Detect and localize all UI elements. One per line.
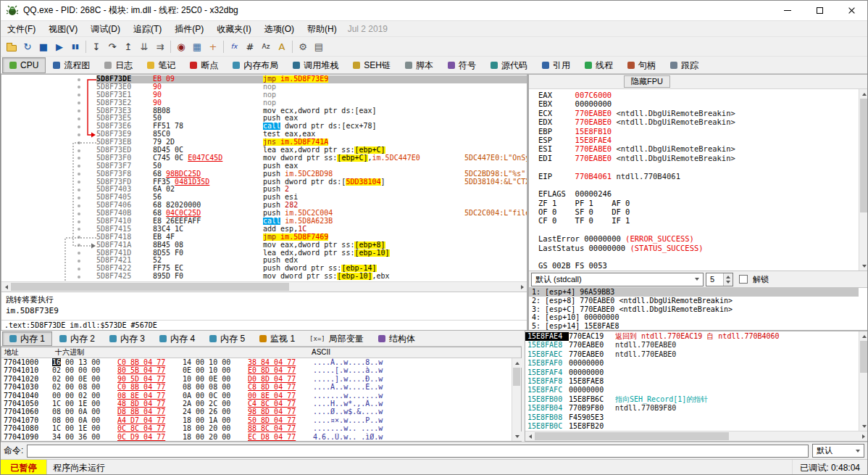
- register-value[interactable]: 770B4061: [575, 172, 612, 181]
- tab-mem3[interactable]: 内存 3: [102, 331, 152, 346]
- flag-value[interactable]: TF 0: [575, 216, 612, 225]
- menu-item[interactable]: 调试(D): [84, 21, 127, 37]
- dump-row[interactable]: 7704100016 00 13 00C0 8B 04 7714 00 10 0…: [1, 358, 512, 366]
- dump-row[interactable]: 7704103002 00 08 00C0 8B 04 7708 00 08 0…: [1, 383, 512, 391]
- scroll-down-button[interactable]: [859, 421, 868, 431]
- breakpoint-dot[interactable]: [78, 260, 80, 263]
- disasm-row[interactable]: 5D8F73E985C0test eax,eax: [1, 131, 527, 139]
- tab-log[interactable]: 日志: [97, 57, 140, 73]
- register-line[interactable]: OF 0 SF 0 DF 0: [538, 207, 859, 216]
- flag-value[interactable]: IF 1: [612, 216, 648, 225]
- pause-icon[interactable]: ▮▮: [67, 38, 83, 54]
- scroll-thumb[interactable]: [860, 341, 867, 373]
- flag-value[interactable]: AF 0: [612, 199, 648, 207]
- register-value[interactable]: 770EABE0: [575, 154, 612, 162]
- breakpoint-dot[interactable]: [78, 252, 80, 255]
- register-line[interactable]: EIP 770B4061 ntdll.770B4061: [538, 172, 859, 181]
- argument-row[interactable]: 1: [esp+4] 96A59BB3: [529, 288, 859, 297]
- dump-vscrollbar[interactable]: [512, 358, 521, 441]
- dump-row[interactable]: 7704106008 00 0A 00D8 8B 04 7724 00 26 0…: [1, 408, 512, 416]
- disassembly-hscrollbar[interactable]: [1, 281, 527, 292]
- stack-row[interactable]: 15E8FB04770B9F80ntdll.770B9F80: [525, 404, 859, 413]
- maximize-button[interactable]: [804, 1, 835, 20]
- tab-symbols[interactable]: 符号: [441, 57, 483, 73]
- stack-row[interactable]: 15E8FB0C15E8FB20: [525, 422, 859, 431]
- argument-row[interactable]: 2: [esp+8] 770EABE0 <ntdll.DbgUiRemoteBr…: [529, 297, 859, 305]
- scroll-thumb[interactable]: [11, 283, 289, 291]
- flag-value[interactable]: CF 0: [538, 216, 575, 225]
- scroll-up-button[interactable]: [859, 331, 868, 341]
- tab-mem1[interactable]: 内存 1: [2, 331, 52, 346]
- tab-references[interactable]: 引用: [535, 57, 577, 73]
- argument-count-stepper[interactable]: 5: [706, 273, 733, 286]
- breakpoint-dot[interactable]: [78, 125, 80, 128]
- register-line[interactable]: EBX 00000000: [538, 99, 859, 108]
- disasm-row[interactable]: 5D8F73EB79 2Djns im.5D8F741A: [1, 139, 527, 146]
- disasm-row[interactable]: 5D8F742152push edx: [1, 257, 527, 265]
- register-line[interactable]: EFLAGS 00000246: [538, 189, 859, 198]
- dump-row[interactable]: 7704109034 00 36 000C D9 04 7718 00 20 0…: [1, 433, 512, 441]
- tab-struct[interactable]: 结构体: [371, 331, 422, 346]
- breakpoint-dot[interactable]: [78, 94, 80, 96]
- disasm-row[interactable]: 5D8F73E090nop: [1, 83, 527, 91]
- menu-item[interactable]: 选项(O): [258, 21, 301, 37]
- tab-graph[interactable]: 流程图: [46, 57, 97, 73]
- stack-vscrollbar[interactable]: [859, 331, 868, 431]
- scroll-up-button[interactable]: [859, 89, 868, 99]
- breakpoint-dot[interactable]: [78, 189, 80, 191]
- dump-row[interactable]: 7704107008 00 0A 00A4 D7 04 7718 00 1A 0…: [1, 416, 512, 424]
- register-value[interactable]: 007C6000: [575, 91, 612, 99]
- register-value[interactable]: 15E8FAE4: [575, 136, 612, 144]
- register-value[interactable]: 00000000: [589, 244, 626, 252]
- scroll-down-button[interactable]: [859, 261, 868, 270]
- registers-vscrollbar[interactable]: [859, 89, 868, 270]
- disasm-row[interactable]: 5D8F741583C4 1Cadd esp,1C: [1, 226, 527, 234]
- disasm-row[interactable]: 5D8F74036A 02push 2: [1, 186, 527, 194]
- minimize-button[interactable]: [772, 1, 804, 20]
- disasm-row[interactable]: 5D8F73ED8D45 0Clea eax,dword ptr ss:[ebp…: [1, 146, 527, 154]
- register-value[interactable]: 00000000: [575, 99, 612, 108]
- scroll-track[interactable]: [859, 99, 868, 261]
- breakpoint-dot[interactable]: [78, 220, 80, 223]
- stack-row[interactable]: 15E8FAEC770EABE0ntdll.770EABE0: [525, 350, 859, 359]
- scroll-up-button[interactable]: [512, 358, 522, 368]
- stack-row[interactable]: 15E8FAFC00000000: [525, 386, 859, 395]
- disasm-row[interactable]: 5D8F741A8B45 08mov eax,dword ptr ss:[ebp…: [1, 241, 527, 249]
- breakpoint-dot[interactable]: [78, 165, 80, 168]
- disasm-row[interactable]: 5D8F7425895D F0mov dword ptr ss:[ebp-10]…: [1, 273, 527, 281]
- disasm-row[interactable]: 5D8F741D8D55 F0lea edx,dword ptr ss:[ebp…: [1, 249, 527, 257]
- stepper-buttons[interactable]: [723, 273, 733, 286]
- breakpoint-dot[interactable]: [78, 102, 80, 104]
- flag-value[interactable]: PF 1: [575, 199, 612, 207]
- highlight-icon[interactable]: A: [274, 38, 290, 54]
- disasm-row[interactable]: 5D8F73DEEB 09jmp im.5D8F73E9: [1, 75, 527, 83]
- argument-row[interactable]: 3: [esp+C] 770EABE0 <ntdll.DbgUiRemoteBr…: [529, 305, 859, 314]
- register-line[interactable]: EBP 15E8FB10: [538, 127, 859, 136]
- flag-value[interactable]: SF 0: [575, 207, 612, 216]
- disasm-row[interactable]: 5D8F7410E8 26EEFAFFcall im.5D8A623B: [1, 218, 527, 226]
- tab-trace[interactable]: 跟踪: [663, 57, 706, 73]
- disasm-row[interactable]: 5D8F740668 82020000push 282: [1, 202, 527, 210]
- disasm-row[interactable]: 5D8F7422FF75 ECpush dword ptr ss:[ebp-14…: [1, 265, 527, 273]
- scroll-track[interactable]: [535, 431, 859, 441]
- breakpoint-dot[interactable]: [78, 181, 80, 183]
- calling-convention-select[interactable]: 默认 (stdcall): [531, 273, 704, 286]
- step-out-icon[interactable]: ↥: [120, 38, 136, 54]
- menu-item[interactable]: 帮助(H): [301, 21, 343, 37]
- step-into-icon[interactable]: ↧: [88, 38, 104, 54]
- scroll-thumb[interactable]: [535, 432, 729, 440]
- disasm-row[interactable]: 5D8F73F0C745 0C E047C45Dmov dword ptr ss…: [1, 154, 527, 162]
- patch-icon[interactable]: +: [205, 38, 221, 54]
- breakpoint-dot[interactable]: [78, 205, 80, 207]
- breakpoint-dot[interactable]: [78, 133, 80, 136]
- breakpoint-dot[interactable]: [78, 212, 80, 215]
- string-references-icon[interactable]: Az: [258, 38, 274, 54]
- breakpoint-dot[interactable]: [78, 236, 80, 239]
- register-line[interactable]: LastStatus 00000000 (STATUS_SUCCESS): [538, 244, 859, 252]
- tab-memory-map[interactable]: 内存布局: [225, 57, 285, 73]
- breakpoint-dot[interactable]: [78, 228, 80, 231]
- tab-source[interactable]: 源代码: [483, 57, 535, 73]
- register-line[interactable]: EAX 007C6000: [538, 91, 859, 99]
- breakpoint-dot[interactable]: [78, 78, 80, 81]
- disasm-row[interactable]: 5D8F73E290nop: [1, 99, 527, 107]
